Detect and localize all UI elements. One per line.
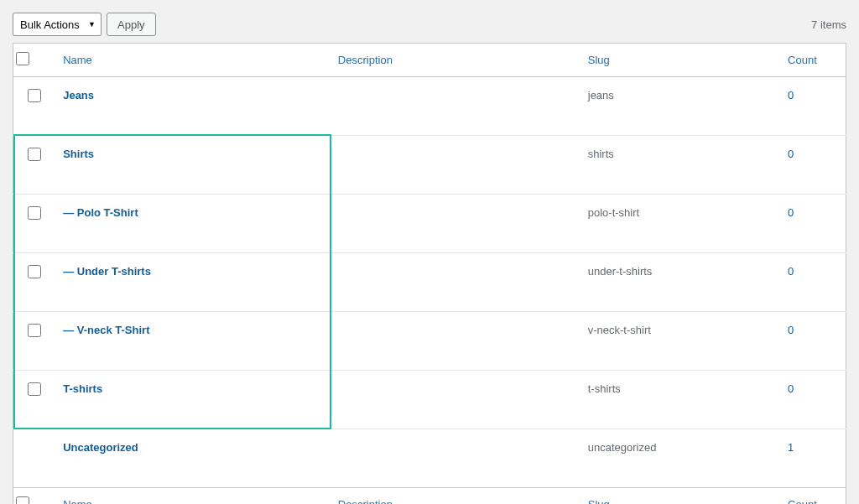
row-check-cell: [13, 429, 55, 488]
table-row: T-shirtst-shirts0: [13, 371, 846, 429]
table-header-row: Name Description Slug Count: [13, 44, 846, 77]
item-count: 7 items: [811, 18, 846, 31]
row-title-link[interactable]: Uncategorized: [63, 441, 138, 454]
apply-button[interactable]: Apply: [107, 13, 156, 36]
bulk-actions-group: Bulk Actions Apply: [13, 13, 156, 36]
categories-table: Name Description Slug Count Jeansjeans0S…: [13, 43, 846, 504]
footer-check: [13, 488, 55, 505]
row-title-link[interactable]: Shirts: [63, 148, 94, 160]
row-slug-cell: jeans: [580, 77, 779, 136]
row-title-link[interactable]: Jeans: [63, 89, 94, 101]
table-row: — Polo T-Shirtpolo-t-shirt0: [13, 195, 846, 253]
row-name-cell: T-shirts: [55, 371, 330, 429]
footer-description[interactable]: Description: [330, 488, 580, 505]
header-check: [13, 44, 55, 77]
row-title-link[interactable]: T-shirts: [63, 382, 102, 395]
row-description-cell: [330, 371, 580, 429]
row-name-cell: — V-neck T-Shirt: [55, 312, 330, 371]
row-count-link[interactable]: 0: [788, 382, 794, 395]
row-checkbox[interactable]: [28, 89, 41, 102]
bulk-select-wrap: Bulk Actions: [13, 13, 102, 36]
row-count-cell: 0: [779, 253, 846, 312]
row-description-cell: [330, 195, 580, 253]
row-checkbox[interactable]: [28, 206, 41, 220]
table-row: — V-neck T-Shirtv-neck-t-shirt0: [13, 312, 846, 371]
row-description-cell: [330, 429, 580, 488]
select-all-checkbox-footer[interactable]: [16, 496, 29, 504]
row-count-cell: 1: [779, 429, 846, 488]
row-count-link[interactable]: 0: [788, 89, 794, 101]
row-check-cell: [13, 195, 55, 253]
table-row: Shirtsshirts0: [13, 136, 846, 195]
row-count-cell: 0: [779, 195, 846, 253]
row-check-cell: [13, 253, 55, 312]
row-checkbox[interactable]: [28, 148, 41, 161]
header-description[interactable]: Description: [330, 44, 580, 77]
row-slug-cell: uncategorized: [580, 429, 779, 488]
row-checkbox[interactable]: [28, 324, 41, 337]
header-name[interactable]: Name: [55, 44, 330, 77]
header-count[interactable]: Count: [779, 44, 846, 77]
row-count-link[interactable]: 0: [788, 148, 794, 160]
row-description-cell: [330, 77, 580, 136]
footer-name[interactable]: Name: [55, 488, 330, 505]
footer-slug[interactable]: Slug: [580, 488, 779, 505]
table-footer-row: Name Description Slug Count: [13, 488, 846, 505]
row-title-link[interactable]: — Polo T-Shirt: [63, 206, 138, 219]
row-count-link[interactable]: 1: [788, 441, 794, 454]
row-title-link[interactable]: — V-neck T-Shirt: [63, 324, 149, 336]
row-count-link[interactable]: 0: [788, 324, 794, 336]
footer-count[interactable]: Count: [779, 488, 846, 505]
row-description-cell: [330, 136, 580, 195]
row-name-cell: Jeans: [55, 77, 330, 136]
row-description-cell: [330, 312, 580, 371]
table-row: Uncategorizeduncategorized1: [13, 429, 846, 488]
row-name-cell: — Under T-shirts: [55, 253, 330, 312]
row-check-cell: [13, 136, 55, 195]
row-count-link[interactable]: 0: [788, 206, 794, 219]
row-title-link[interactable]: — Under T-shirts: [63, 265, 151, 278]
row-slug-cell: polo-t-shirt: [580, 195, 779, 253]
row-check-cell: [13, 371, 55, 429]
row-check-cell: [13, 312, 55, 371]
row-description-cell: [330, 253, 580, 312]
row-count-cell: 0: [779, 136, 846, 195]
table-row: — Under T-shirtsunder-t-shirts0: [13, 253, 846, 312]
row-count-link[interactable]: 0: [788, 265, 794, 278]
row-slug-cell: under-t-shirts: [580, 253, 779, 312]
select-all-checkbox[interactable]: [16, 52, 29, 65]
table-wrap: Name Description Slug Count Jeansjeans0S…: [13, 43, 846, 504]
row-count-cell: 0: [779, 371, 846, 429]
bulk-actions-select[interactable]: Bulk Actions: [13, 13, 102, 36]
row-checkbox[interactable]: [28, 265, 41, 278]
header-slug[interactable]: Slug: [580, 44, 779, 77]
row-slug-cell: v-neck-t-shirt: [580, 312, 779, 371]
row-name-cell: Shirts: [55, 136, 330, 195]
row-count-cell: 0: [779, 77, 846, 136]
row-check-cell: [13, 77, 55, 136]
table-row: Jeansjeans0: [13, 77, 846, 136]
row-count-cell: 0: [779, 312, 846, 371]
tablenav-top: Bulk Actions Apply 7 items: [13, 8, 846, 43]
row-checkbox[interactable]: [28, 382, 41, 396]
row-slug-cell: shirts: [580, 136, 779, 195]
row-name-cell: Uncategorized: [55, 429, 330, 488]
row-name-cell: — Polo T-Shirt: [55, 195, 330, 253]
row-slug-cell: t-shirts: [580, 371, 779, 429]
